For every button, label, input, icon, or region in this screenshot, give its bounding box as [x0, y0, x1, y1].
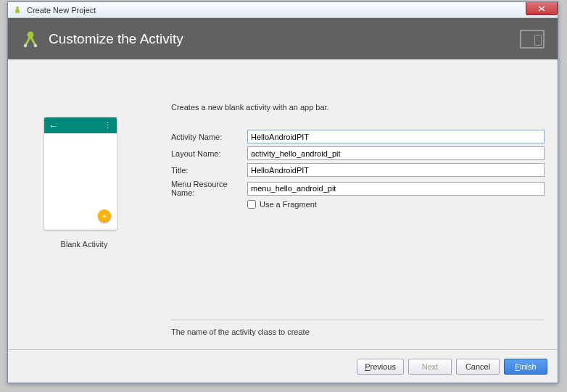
title-row: Title:	[171, 163, 545, 177]
device-preview-icon	[520, 30, 545, 49]
template-caption: Blank Activity	[44, 240, 124, 249]
title-label: Title:	[171, 166, 247, 175]
phone-mockup: ← ⋮ +	[44, 117, 117, 230]
svg-point-2	[24, 43, 28, 47]
activity-name-input[interactable]	[247, 130, 545, 143]
banner-title: Customize the Activity	[49, 31, 183, 47]
mockup-appbar: ← ⋮	[44, 117, 117, 133]
banner: Customize the Activity	[8, 18, 558, 59]
close-button[interactable]	[526, 2, 558, 15]
next-button: Next	[408, 359, 452, 375]
title-input[interactable]	[247, 163, 545, 177]
activity-name-row: Activity Name:	[171, 130, 545, 143]
use-fragment-row: Use a Fragment	[247, 200, 545, 209]
window-title: Create New Project	[27, 6, 96, 14]
overflow-menu-icon: ⋮	[104, 121, 112, 130]
footer: Previous Next Cancel Finish	[8, 349, 558, 383]
use-fragment-checkbox[interactable]	[247, 200, 256, 209]
previous-button[interactable]: Previous	[357, 359, 404, 375]
layout-name-label: Layout Name:	[171, 149, 247, 158]
menu-resource-row: Menu Resource Name:	[171, 180, 545, 197]
layout-name-input[interactable]	[247, 146, 545, 160]
template-preview: ← ⋮ + Blank Activity	[44, 117, 124, 249]
svg-point-3	[34, 43, 38, 47]
fab-icon: +	[98, 209, 111, 222]
android-studio-logo-icon	[20, 28, 41, 50]
form-description: Creates a new blank activity with an app…	[171, 103, 545, 112]
previous-rest: revious	[371, 362, 396, 371]
back-arrow-icon: ←	[49, 120, 58, 131]
hint-area: The name of the activity class to create	[171, 320, 545, 336]
menu-resource-label: Menu Resource Name:	[171, 180, 247, 197]
finish-button[interactable]: Finish	[504, 359, 547, 375]
dialog-window: Create New Project Customize the Activit…	[7, 1, 558, 383]
finish-rest: inish	[520, 362, 537, 371]
hint-text: The name of the activity class to create	[171, 328, 545, 336]
form-area: Creates a new blank activity with an app…	[171, 103, 545, 209]
cancel-button[interactable]: Cancel	[456, 359, 500, 375]
titlebar[interactable]: Create New Project	[8, 2, 558, 18]
use-fragment-label[interactable]: Use a Fragment	[260, 200, 317, 209]
menu-resource-input[interactable]	[247, 182, 545, 196]
activity-name-label: Activity Name:	[171, 133, 247, 141]
app-icon	[12, 5, 22, 15]
content-area: ← ⋮ + Blank Activity Creates a new blank…	[8, 59, 558, 349]
layout-name-row: Layout Name:	[171, 146, 545, 160]
